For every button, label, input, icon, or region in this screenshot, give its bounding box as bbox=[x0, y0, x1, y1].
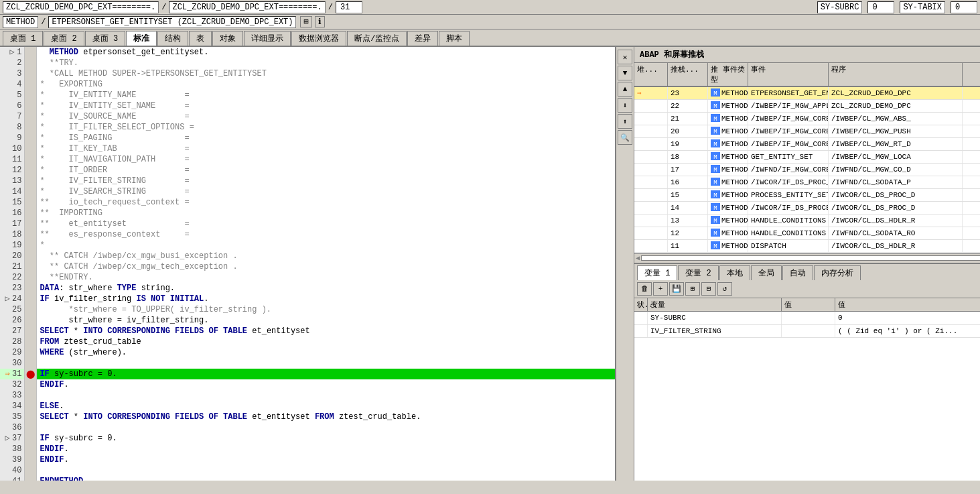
tab-breakpoints[interactable]: 断点/监控点 bbox=[347, 31, 407, 46]
line-11-num: 11 bbox=[0, 154, 24, 165]
var-tab-memory[interactable]: 内存分析 bbox=[814, 265, 861, 280]
var-name-filter: IV_FILTER_STRING bbox=[648, 325, 782, 337]
stack-col-stack: 推栈... bbox=[668, 63, 708, 86]
var-tab-2[interactable]: 变量 2 bbox=[678, 265, 718, 280]
code-line-39: ENDIF. bbox=[37, 454, 615, 465]
sy-subrc-val: 0 bbox=[867, 1, 894, 13]
line-36-num: 36 bbox=[0, 422, 24, 433]
method-expand-btn[interactable]: ⊞ bbox=[300, 16, 311, 27]
var-save-btn[interactable]: 💾 bbox=[669, 282, 684, 296]
code-line-20: ** CATCH /iwbep/cx_mgw_busi_exception . bbox=[37, 251, 615, 261]
code-line-6: * IV_ENTITY_SET_NAME = bbox=[37, 101, 615, 111]
var-collapse-btn[interactable]: ⊟ bbox=[701, 282, 716, 296]
var-tab-global[interactable]: 全局 bbox=[751, 265, 782, 280]
arrow-down-btn[interactable]: ▼ bbox=[618, 66, 632, 80]
var-tab-1[interactable]: 变量 1 bbox=[637, 265, 677, 280]
code-line-32: ENDIF. bbox=[37, 379, 615, 390]
code-line-4: * EXPORTING bbox=[37, 79, 615, 90]
path-num: 31 bbox=[336, 1, 362, 13]
line-15-num: 15 bbox=[0, 197, 24, 208]
line-30-num: 30 bbox=[0, 358, 24, 369]
code-line-25: *str_where = TO_UPPER( iv_filter_string … bbox=[37, 304, 615, 315]
close-panel-btn[interactable]: ✕ bbox=[618, 50, 632, 64]
stack-cell-23-type: MMETHOD bbox=[708, 87, 748, 99]
path-segment-1: ZCL_ZCRUD_DEMO_DPC_EXT========. bbox=[3, 1, 159, 13]
path-segment-2: ZCL_ZCRUD_DEMO_DPC_EXT========. bbox=[169, 1, 325, 13]
tab-object[interactable]: 对象 bbox=[212, 31, 243, 46]
arrow-up-btn[interactable]: ▲ bbox=[618, 82, 632, 97]
line-27-num: 27 bbox=[0, 326, 24, 336]
line-31-num: ⇒31 bbox=[0, 369, 24, 379]
var-val-filter: ( ( Zid eq 'i' ) or ( Zi... bbox=[835, 325, 980, 337]
markers-column: ⬤ bbox=[25, 47, 37, 481]
code-line-34: ELSE. bbox=[37, 401, 615, 412]
stack-row-16[interactable]: 16 MMETHOD /IWCOR/IF_DS_PROC_ENTI... /IW… bbox=[634, 176, 980, 189]
export-btn[interactable]: ⬆ bbox=[618, 114, 632, 129]
stack-row-13[interactable]: 13 MMETHOD HANDLE_CONDITIONS /IWCOR/CL_D… bbox=[634, 214, 980, 227]
expand-1[interactable]: ▷ bbox=[7, 47, 17, 58]
stack-row-21[interactable]: 21 MMETHOD /IWBEP/IF_MGW_CORE_SR... /IWB… bbox=[634, 113, 980, 125]
var-tab-auto[interactable]: 自动 bbox=[782, 265, 813, 280]
tab-standard[interactable]: 标准 bbox=[126, 31, 157, 46]
var-delete-btn[interactable]: 🗑 bbox=[637, 282, 652, 296]
breakpoint-31[interactable]: ⬤ bbox=[25, 369, 36, 379]
var-row-filter[interactable]: IV_FILTER_STRING ( ( Zid eq 'i' ) or ( Z… bbox=[634, 325, 980, 338]
stack-row-23[interactable]: ⇒ 23 MMETHOD ETPERSONSET_GET_ENTIT... ZC… bbox=[634, 87, 980, 100]
tab-desktop2[interactable]: 桌面 2 bbox=[44, 31, 84, 46]
stack-row-15[interactable]: 15 MMETHOD PROCESS_ENTITY_SET /IWCOR/CL_… bbox=[634, 189, 980, 202]
var-tab-local[interactable]: 本地 bbox=[719, 265, 750, 280]
var-add-btn[interactable]: + bbox=[653, 282, 668, 296]
stack-row-12[interactable]: 12 MMETHOD HANDLE_CONDITIONS /IWFND/CL_S… bbox=[634, 227, 980, 240]
tab-table[interactable]: 表 bbox=[189, 31, 212, 46]
code-line-33 bbox=[37, 390, 615, 401]
method-info-btn[interactable]: ℹ bbox=[315, 16, 325, 27]
expand-24[interactable]: ▷ bbox=[3, 294, 12, 304]
marker-1 bbox=[25, 47, 36, 58]
stack-row-18[interactable]: 18 MMETHOD GET_ENTITY_SET /IWBEP/CL_MGW_… bbox=[634, 151, 980, 164]
code-line-18: ** es_response_context = bbox=[37, 229, 615, 240]
tab-desktop3[interactable]: 桌面 3 bbox=[85, 31, 125, 46]
stack-row-11[interactable]: 11 MMETHOD DISPATCH /IWCOR/CL_DS_HDLR_R bbox=[634, 240, 980, 253]
watch-btn[interactable]: 🔍 bbox=[618, 130, 632, 145]
var-refresh-btn[interactable]: ↺ bbox=[717, 282, 732, 296]
code-area[interactable]: ▷1 2 3 4 5 6 7 8 9 10 11 12 13 14 15 16 … bbox=[0, 47, 615, 481]
code-line-12: * IT_ORDER = bbox=[37, 165, 615, 176]
tab-data-browser[interactable]: 数据浏览器 bbox=[291, 31, 346, 46]
line-26-num: 26 bbox=[0, 315, 24, 326]
stack-row-19[interactable]: 19 MMETHOD /IWBEP/IF_MGW_CORE_SR... /IWB… bbox=[634, 138, 980, 151]
expand-37[interactable]: ▷ bbox=[3, 433, 12, 444]
tab-diff[interactable]: 差异 bbox=[407, 31, 438, 46]
line-41-num: 41 bbox=[0, 476, 24, 481]
stack-row-17[interactable]: 17 MMETHOD /IWFND/IF_MGW_CORE_RU... /IWF… bbox=[634, 164, 980, 176]
line-5-num: 5 bbox=[0, 90, 24, 101]
import-btn[interactable]: ⬇ bbox=[618, 98, 632, 113]
tab-detail[interactable]: 详细显示 bbox=[244, 31, 291, 46]
line-numbers: ▷1 2 3 4 5 6 7 8 9 10 11 12 13 14 15 16 … bbox=[0, 47, 25, 481]
stack-row-22[interactable]: 22 MMETHOD /IWBEP/IF_MGW_APPL_SRV... ZCL… bbox=[634, 100, 980, 113]
tab-script[interactable]: 脚本 bbox=[439, 31, 470, 46]
line-39-num: 39 bbox=[0, 454, 24, 465]
line-32-num: 32 bbox=[0, 379, 24, 390]
code-line-31: IF sy-subrc = 0. bbox=[37, 369, 615, 379]
stack-row-20[interactable]: 20 MMETHOD /IWBEP/IF_MGW_CORE_SR... /IWB… bbox=[634, 125, 980, 138]
code-line-8: * IT_FILTER_SELECT_OPTIONS = bbox=[37, 122, 615, 133]
line-28-num: 28 bbox=[0, 336, 24, 347]
code-line-3: *CALL METHOD SUPER->ETPERSONSET_GET_ENTI… bbox=[37, 68, 615, 79]
stack-cell-23-num: 23 bbox=[668, 87, 708, 99]
stack-row-14[interactable]: 14 MMETHOD /IWCOR/IF_DS_PROCESSOR... /IW… bbox=[634, 202, 980, 214]
stack-table[interactable]: ⇒ 23 MMETHOD ETPERSONSET_GET_ENTIT... ZC… bbox=[634, 87, 980, 253]
scroll-track[interactable] bbox=[641, 255, 980, 261]
code-line-13: * IV_FILTER_STRING = bbox=[37, 176, 615, 186]
line-23-num: 23 bbox=[0, 283, 24, 294]
code-line-27: SELECT * INTO CORRESPONDING FIELDS OF TA… bbox=[37, 326, 615, 336]
var-row-sysubrc[interactable]: SY-SUBRC 0 ✏ 00000 bbox=[634, 312, 980, 325]
line-9-num: 9 bbox=[0, 133, 24, 143]
tab-desktop1[interactable]: 桌面 1 bbox=[3, 31, 43, 46]
code-lines[interactable]: METHOD etpersonset_get_entityset. **TRY.… bbox=[37, 47, 615, 481]
var-table[interactable]: 状... 变量 值 值 更... 十六进 SY-SUBRC 0 ✏ 00000 bbox=[634, 298, 980, 481]
tab-structure[interactable]: 结构 bbox=[157, 31, 188, 46]
var-expand-btn[interactable]: ⊞ bbox=[685, 282, 700, 296]
stack-hscroll[interactable]: ◀ ▶ ⋯ bbox=[634, 253, 980, 263]
scroll-left-btn[interactable]: ◀ bbox=[636, 254, 640, 262]
line-13-num: 13 bbox=[0, 176, 24, 186]
